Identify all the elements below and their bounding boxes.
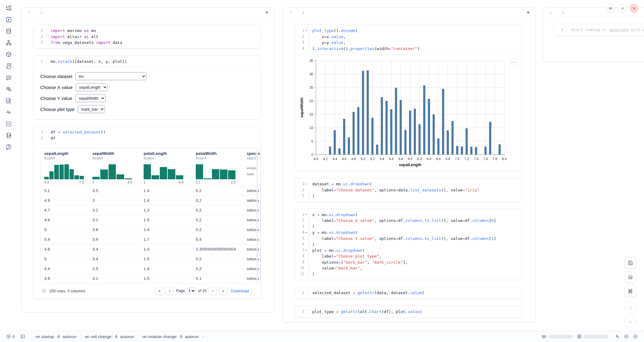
svg-text:5: 5 xyxy=(311,139,313,143)
code-editor[interactable]: 1mo.vstack([dataset, x, y, plot]) xyxy=(34,56,260,67)
svg-text:8.0: 8.0 xyxy=(502,157,506,161)
history-forward-icon[interactable] xyxy=(561,11,565,15)
choose-x-value-select[interactable]: sepalLength xyxy=(76,83,108,91)
database-icon[interactable] xyxy=(5,28,12,34)
workflow-icon[interactable] xyxy=(5,40,12,46)
divider xyxy=(31,333,32,340)
page-label: Page xyxy=(176,289,185,293)
ai-sparkles-icon[interactable] xyxy=(615,334,620,339)
history-forward-icon[interactable] xyxy=(301,11,305,15)
code-editor[interactable]: 1dataset = mo.ui.dropdown(2 label="Choos… xyxy=(295,178,522,202)
column-header-sepalLength[interactable]: sepalLengthfloat644.37.9 xyxy=(41,148,89,186)
page-select[interactable]: 1 xyxy=(187,287,196,294)
cell-empty[interactable]: 1 Start coding or generate with AI xyxy=(554,24,644,36)
save-button[interactable] xyxy=(624,257,636,269)
prev-page-button[interactable]: ‹ xyxy=(166,287,174,295)
code-line: ) xyxy=(309,241,315,248)
scratchpad-icon[interactable] xyxy=(5,132,12,139)
svg-text:5.0: 5.0 xyxy=(361,157,365,161)
run-all-button[interactable] xyxy=(624,316,636,327)
code-editor[interactable]: 1x = mo.ui.dropdown(2 label="Choose X va… xyxy=(295,209,522,280)
cell-vstack[interactable]: 1mo.vstack([dataset, x, y, plot]) Choose… xyxy=(33,55,261,120)
file-tree-icon[interactable] xyxy=(5,5,12,11)
history-back-icon[interactable] xyxy=(289,11,293,15)
package-icon[interactable] xyxy=(5,51,12,58)
last-page-button[interactable]: » xyxy=(219,287,227,295)
code-snippet-icon[interactable] xyxy=(5,121,12,127)
table-cell: 4.9 xyxy=(41,196,89,205)
column-header-petalWidth[interactable]: petalWidthfloat640.12.5 xyxy=(192,148,243,186)
code-editor[interactable]: 1df = selected_dataset()2df xyxy=(34,126,260,144)
code-editor[interactable]: 1selected_dataset = getattr(data, datase… xyxy=(295,287,522,299)
code-editor[interactable]: 1plot_type = getattr(alt.Chart(df), plot… xyxy=(295,306,522,318)
table-cell: 0.2 xyxy=(192,225,243,234)
activity-icon[interactable] xyxy=(5,109,12,116)
column-histogram xyxy=(144,163,183,180)
connection-status-icon[interactable] xyxy=(633,334,638,339)
table-scrollbar[interactable] xyxy=(256,148,258,283)
line-number: 1 xyxy=(41,59,43,65)
history-back-icon[interactable] xyxy=(549,11,553,15)
fold-icon[interactable] xyxy=(304,29,308,32)
line-number: 1 xyxy=(302,181,304,187)
runtime-config-3[interactable]: on module change:autorun xyxy=(142,334,205,339)
column-header-sepalWidth[interactable]: sepalWidthfloat6424.4 xyxy=(89,148,140,186)
layout-toggle-button[interactable] xyxy=(624,271,636,283)
fold-icon[interactable] xyxy=(304,249,308,252)
chart-output[interactable]: 051015202530354.04.24.44.64.85.05.25.45.… xyxy=(295,54,522,171)
cell-dataframe[interactable]: 1df = selected_dataset()2df sepalLengthf… xyxy=(33,126,261,299)
next-page-button[interactable]: › xyxy=(209,287,217,295)
search-icon[interactable] xyxy=(41,288,46,293)
help-icon[interactable] xyxy=(5,144,12,150)
cell-dataset-dropdown[interactable]: 1dataset = mo.ui.dropdown(2 label="Choos… xyxy=(295,178,522,202)
code-editor[interactable]: 1plot_type().encode(2 x=x.value,3 y=y.va… xyxy=(295,25,522,54)
choose-plot-type-select[interactable]: mark_bar xyxy=(78,105,105,113)
errors-indicator[interactable]: 0 xyxy=(6,334,15,339)
fold-icon[interactable] xyxy=(304,183,308,185)
first-page-button[interactable]: « xyxy=(155,287,163,295)
interrupt-button[interactable] xyxy=(624,302,636,313)
notebook-menu-button[interactable] xyxy=(606,4,615,12)
download-link[interactable]: Download xyxy=(231,289,253,293)
table-cell: 0.2 xyxy=(192,205,243,215)
svg-text:6.8: 6.8 xyxy=(445,157,450,161)
bar-chart[interactable]: 051015202530354.04.24.44.64.85.05.25.45.… xyxy=(299,57,510,169)
choose-y-value-select[interactable]: sepalWidth xyxy=(75,94,106,102)
table-cell: 3 xyxy=(89,196,140,205)
add-cell-button[interactable]: + xyxy=(526,9,530,16)
column-header-petalLength[interactable]: petalLengthfloat6416.9 xyxy=(140,148,192,186)
table-row: 4.63.41.40.3000000000000004setosa xyxy=(41,244,260,254)
runtime-config-2[interactable]: on cell change:autorun xyxy=(85,334,134,339)
bot-icon[interactable] xyxy=(5,74,12,81)
logs-search-icon[interactable] xyxy=(5,86,12,92)
cell-imports[interactable]: 1import marimo as mo2import altair as al… xyxy=(33,25,261,49)
keyboard-shortcuts-button[interactable]: ⌘ xyxy=(624,286,636,297)
code-line: x = mo.ui.dropdown( xyxy=(309,212,358,218)
history-forward-icon[interactable] xyxy=(40,11,44,15)
history-back-icon[interactable] xyxy=(27,11,31,15)
fold-icon[interactable] xyxy=(304,213,308,216)
code-editor[interactable]: 1 Start coding or generate with AI xyxy=(554,24,644,36)
fold-icon[interactable] xyxy=(304,231,308,234)
line-number: 6 xyxy=(302,241,304,248)
shutdown-button[interactable] xyxy=(630,4,638,12)
runtime-config-1[interactable]: on startup:autorun xyxy=(36,334,77,339)
status-left: 0 on startup:autorunon cell change:autor… xyxy=(6,333,205,340)
add-cell-button[interactable]: + xyxy=(265,9,269,16)
cell-xy-plot-dropdowns[interactable]: 1x = mo.ui.dropdown(2 label="Choose X va… xyxy=(295,209,522,280)
settings-button[interactable] xyxy=(618,4,627,12)
scroll-icon[interactable] xyxy=(5,63,12,69)
copilot-icon[interactable] xyxy=(624,334,629,339)
cpu-icon xyxy=(577,334,582,339)
cell-plot[interactable]: 1plot_type().encode(2 x=x.value,3 y=y.va… xyxy=(295,25,522,171)
code-editor[interactable]: 1import marimo as mo2import altair as al… xyxy=(34,25,260,48)
line-number: 1 xyxy=(302,28,304,34)
document-icon[interactable] xyxy=(5,98,12,104)
choose-dataset-select[interactable]: iris xyxy=(75,72,146,80)
cell-plot-type[interactable]: 1plot_type = getattr(alt.Chart(df), plot… xyxy=(295,306,522,318)
cell-selected-dataset[interactable]: 1selected_dataset = getattr(data, datase… xyxy=(295,287,522,299)
terminal-icon[interactable] xyxy=(20,334,25,339)
chart-menu-button[interactable] xyxy=(509,58,518,67)
generate-with-ai-link[interactable]: generate xyxy=(609,27,628,32)
function-square-icon[interactable] xyxy=(5,16,12,23)
